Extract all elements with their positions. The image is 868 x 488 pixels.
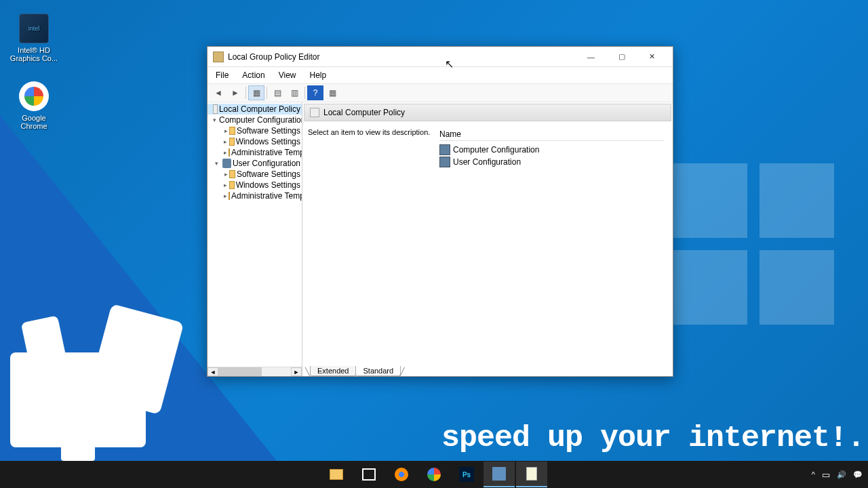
menubar: File Action View Help <box>208 67 673 83</box>
back-button[interactable]: ◄ <box>210 85 226 100</box>
properties-button[interactable]: ▤ <box>269 85 285 100</box>
taskbar: Ps ^ ▭ 🔊 💬 <box>0 461 868 488</box>
tree-scrollbar[interactable]: ◄► <box>208 367 302 376</box>
menu-help[interactable]: Help <box>304 69 332 81</box>
gpedit-window: Local Group Policy Editor — ▢ ✕ File Act… <box>207 46 673 377</box>
network-icon[interactable]: ▭ <box>822 470 830 480</box>
overlay-caption: speed up your internet!. <box>441 421 865 455</box>
forward-button[interactable]: ► <box>227 85 243 100</box>
list-pane: Name Computer Configuration User Configu… <box>434 125 670 360</box>
main-header: Local Computer Policy <box>304 104 671 121</box>
folder-icon <box>330 469 343 480</box>
gear-icon <box>439 144 450 155</box>
overlay-devices <box>10 352 146 447</box>
list-item-user-config[interactable]: User Configuration <box>439 156 665 168</box>
folder-icon <box>229 170 235 178</box>
taskbar-photoshop[interactable]: Ps <box>451 462 482 487</box>
folder-icon <box>229 192 230 200</box>
taskbar-chrome[interactable] <box>418 462 450 487</box>
tree-panel: Local Computer Policy ▾Computer Configur… <box>208 102 302 376</box>
folder-icon <box>229 127 235 135</box>
menu-view[interactable]: View <box>273 69 302 81</box>
maximize-button[interactable]: ▢ <box>606 47 637 66</box>
store-icon <box>362 468 376 481</box>
folder-icon <box>229 181 235 189</box>
list-item-computer-config[interactable]: Computer Configuration <box>439 144 665 156</box>
volume-icon[interactable]: 🔊 <box>837 470 846 479</box>
tree-user-config[interactable]: ▾User Configuration <box>208 158 302 169</box>
folder-icon <box>229 148 230 157</box>
menu-file[interactable]: File <box>210 69 234 81</box>
description-pane: Select an item to view its description. <box>305 125 434 360</box>
tree-windows-settings[interactable]: ▸Windows Settings <box>208 136 302 147</box>
taskbar-file-explorer[interactable] <box>321 462 352 487</box>
tab-standard[interactable]: Standard <box>355 366 401 376</box>
tree-root[interactable]: Local Computer Policy <box>208 104 302 115</box>
folder-icon <box>229 138 235 146</box>
minimize-button[interactable]: — <box>576 47 606 66</box>
gear-icon <box>222 159 231 168</box>
taskbar-notepad[interactable] <box>516 462 547 487</box>
tree-admin-templates[interactable]: ▸Administrative Templates <box>208 147 302 158</box>
taskbar-store[interactable] <box>353 462 384 487</box>
main-panel: Local Computer Policy Select an item to … <box>302 102 673 376</box>
toolbar: ◄ ► ▦ ▤ ▥ ? ▦ <box>208 83 673 102</box>
taskbar-gpedit[interactable] <box>484 462 515 487</box>
gpedit-icon <box>492 467 506 481</box>
photoshop-icon: Ps <box>459 467 474 482</box>
list-header-name[interactable]: Name <box>439 128 665 141</box>
tabs: ╲ Extended Standard ╱ <box>302 363 673 376</box>
policy-icon <box>213 104 217 114</box>
export-button[interactable]: ▥ <box>286 85 302 100</box>
notifications-icon[interactable]: 💬 <box>853 470 863 479</box>
system-tray: ^ ▭ 🔊 💬 <box>812 470 863 480</box>
intel-icon: intel <box>19 14 49 43</box>
app-icon <box>213 52 224 62</box>
tree-computer-config[interactable]: ▾Computer Configuration <box>208 115 302 125</box>
tree-windows-settings[interactable]: ▸Windows Settings <box>208 180 302 190</box>
menu-action[interactable]: Action <box>237 69 270 81</box>
close-button[interactable]: ✕ <box>637 47 667 66</box>
help-button[interactable]: ? <box>307 85 323 100</box>
tray-chevron-icon[interactable]: ^ <box>812 470 815 479</box>
titlebar[interactable]: Local Group Policy Editor — ▢ ✕ <box>208 47 673 67</box>
filter-button[interactable]: ▦ <box>324 85 340 100</box>
policy-icon <box>310 108 319 117</box>
chrome-icon <box>19 81 49 111</box>
desktop-icon-label: Intel® HD Graphics Co... <box>8 46 60 62</box>
gear-icon <box>439 157 450 167</box>
tab-extended[interactable]: Extended <box>310 366 356 376</box>
notepad-icon <box>526 467 537 481</box>
desktop-icon-intel-graphics[interactable]: intel Intel® HD Graphics Co... <box>8 14 60 62</box>
tree-software-settings[interactable]: ▸Software Settings <box>208 125 302 136</box>
up-button[interactable]: ▦ <box>248 85 264 100</box>
taskbar-firefox[interactable] <box>386 462 417 487</box>
tree-software-settings[interactable]: ▸Software Settings <box>208 169 302 180</box>
wallpaper-windows-logo <box>673 163 834 325</box>
firefox-icon <box>395 468 408 481</box>
window-title: Local Group Policy Editor <box>228 52 576 62</box>
chrome-icon <box>427 468 441 481</box>
tree-admin-templates[interactable]: ▸Administrative Templates <box>208 190 302 201</box>
